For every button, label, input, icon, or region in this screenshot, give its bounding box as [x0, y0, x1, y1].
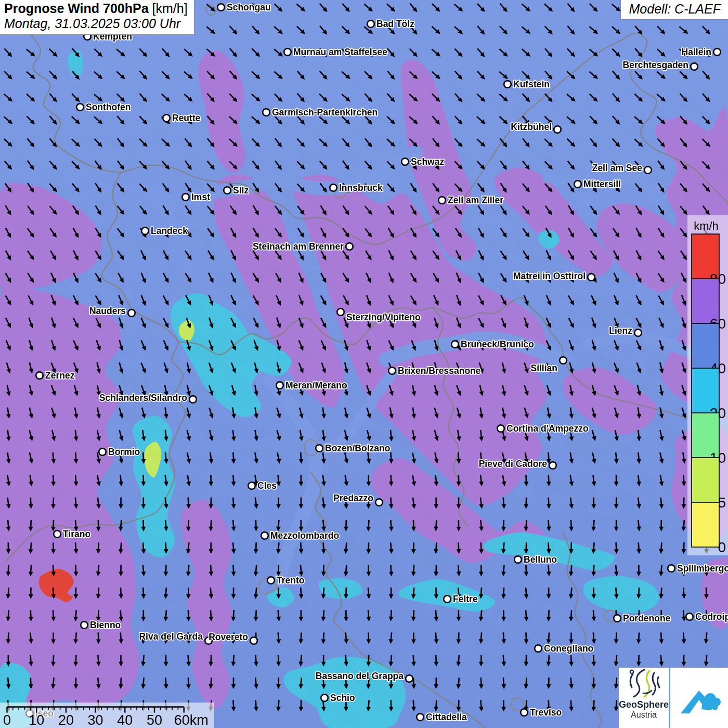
city: Murnau am Staffelsee: [284, 47, 387, 57]
city: Cles: [248, 480, 277, 491]
city-marker: [224, 187, 231, 194]
city-label: Bruneck/Brunico: [461, 339, 534, 349]
city-marker: [560, 357, 567, 364]
city-marker: [388, 367, 396, 374]
city-marker: [668, 565, 675, 572]
city-label: Kufstein: [513, 79, 550, 89]
title-box: Prognose Wind 700hPa [km/h] Montag, 31.0…: [0, 0, 194, 35]
city-label: Rovereto: [209, 632, 248, 642]
city-marker: [406, 675, 413, 682]
weather-map-canvas: SchongauBad TölzKemptenMurnau am Staffel…: [0, 0, 728, 728]
city-marker: [514, 556, 522, 563]
city: Mezzolombardo: [261, 530, 339, 541]
city: Bassano del Grappa: [316, 671, 413, 682]
geosphere-logo-name: GeoSphere: [619, 700, 669, 710]
city-label: Schwaz: [411, 157, 444, 167]
city-label: Meran/Merano: [285, 380, 347, 391]
city-marker: [248, 482, 255, 489]
city-marker: [497, 425, 504, 432]
scale-label: 60km: [174, 712, 209, 728]
city-label: Tirano: [63, 529, 90, 539]
city-label: Brixen/Bressanone: [398, 366, 481, 376]
city-label: Bormio: [108, 447, 140, 457]
city-marker: [99, 448, 106, 456]
scale-label: 40: [117, 712, 133, 728]
geosphere-logo: GeoSphere Austria: [619, 668, 669, 728]
legend-block: [692, 502, 719, 547]
city-marker: [691, 63, 698, 70]
city-label: Predazzo: [333, 493, 373, 503]
weather-map-app: SchongauBad TölzKemptenMurnau am Staffel…: [0, 0, 728, 728]
map-title-unit: [km/h]: [149, 1, 188, 16]
city-label: Cortina d'Ampezzo: [506, 423, 589, 434]
city-marker: [321, 694, 328, 701]
city-label: Riva del Garda: [139, 631, 203, 642]
city-marker: [276, 382, 283, 389]
city-marker: [217, 4, 225, 11]
city: Schlanders/Silandro: [99, 393, 197, 403]
city-marker: [163, 114, 170, 122]
city-label: Bassano del Grappa: [316, 671, 404, 681]
city-marker: [346, 243, 353, 250]
city-marker: [713, 48, 721, 56]
city-marker: [521, 709, 528, 716]
city-label: Mittersill: [583, 179, 621, 189]
city-marker: [367, 20, 374, 28]
geosphere-contour-icon: [626, 668, 662, 698]
city-marker: [554, 126, 561, 133]
city-marker: [76, 103, 84, 111]
city-label: Mezzolombardo: [270, 530, 339, 541]
geosphere-logo-country: Austria: [619, 710, 669, 720]
city-label: Sonthofen: [86, 102, 131, 112]
city-marker: [574, 180, 581, 188]
city: Zell am Ziller: [438, 195, 503, 205]
legend-block: [692, 458, 719, 502]
city: Bruneck/Brunico: [451, 339, 534, 349]
city-marker: [444, 595, 451, 603]
city-label: Sterzing/Vipiteno: [346, 312, 421, 322]
city-label: Schongau: [227, 2, 271, 12]
city-marker: [81, 621, 88, 629]
map-datetime: Montag, 31.03.2025 03:00 Uhr: [4, 16, 188, 31]
city: Conegliano: [535, 643, 593, 654]
city-marker: [686, 613, 693, 620]
scale-label: 20: [58, 712, 74, 728]
city: Schio: [321, 693, 355, 703]
city: Imst: [182, 192, 210, 202]
city-marker: [330, 184, 337, 191]
city-label: Bienno: [90, 620, 121, 630]
city-label: Pieve di Cadore: [479, 459, 548, 469]
city-marker: [263, 109, 270, 116]
city-label: Sillian: [530, 363, 557, 373]
city-label: Imst: [191, 192, 210, 202]
city: Berchtesgaden: [623, 60, 698, 70]
map-title-line: Prognose Wind 700hPa [km/h]: [4, 1, 188, 16]
city: Spilimbergo: [668, 563, 728, 574]
city: Feltre: [444, 594, 478, 604]
city-marker: [401, 158, 409, 165]
mountain-cloud-icon: [675, 676, 723, 720]
city-marker: [250, 637, 257, 644]
city-label: Hallein: [682, 47, 711, 57]
city-marker: [337, 308, 344, 316]
city-marker: [375, 499, 383, 506]
city-label: Cittadella: [426, 712, 467, 722]
city-label: Bozen/Bolzano: [325, 443, 390, 453]
city-label: Zell am Ziller: [448, 195, 503, 205]
city-marker: [54, 530, 61, 538]
city-label: Schio: [330, 693, 355, 703]
city: Garmisch-Partenkirchen: [263, 107, 378, 118]
city: Tirano: [54, 529, 90, 539]
legend-tick-label: 0: [718, 539, 726, 555]
city-marker: [182, 193, 189, 201]
city-label: Reutte: [172, 113, 201, 123]
city-marker: [267, 577, 275, 584]
city-marker: [549, 462, 556, 469]
city-label: Innsbruck: [339, 183, 383, 193]
city-marker: [438, 197, 446, 204]
city-label: Silz: [233, 185, 249, 196]
city-marker: [614, 615, 621, 622]
city-marker: [644, 166, 652, 174]
city: Meran/Merano: [276, 380, 347, 391]
model-box: Modell: C-LAEF: [620, 0, 728, 20]
